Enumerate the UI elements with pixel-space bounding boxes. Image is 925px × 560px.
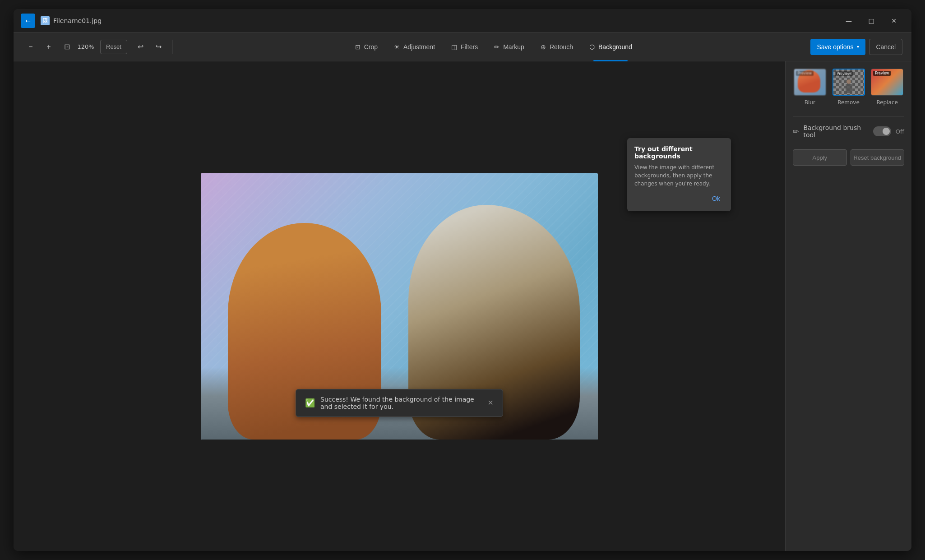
- window-controls: — □ ✕: [838, 14, 904, 28]
- toast-message: Success! We found the background of the …: [320, 396, 482, 410]
- back-button[interactable]: ←: [21, 14, 35, 28]
- toolbar: − + ⊡ 120% Reset ↩ ↪ ⊡ Crop ☀ Adjustment…: [14, 32, 911, 61]
- background-tool-button[interactable]: ⬡ Background: [582, 38, 639, 56]
- crop-label: Crop: [364, 43, 378, 51]
- undo-button[interactable]: ↩: [133, 39, 149, 55]
- main-content: ✅ Success! We found the background of th…: [14, 61, 911, 551]
- remove-label: Remove: [837, 99, 860, 106]
- save-options-label: Save options: [817, 43, 853, 51]
- success-icon: ✅: [305, 398, 315, 407]
- tooltip-title: Try out different backgrounds: [634, 145, 724, 160]
- blur-option[interactable]: Blur: [793, 69, 827, 106]
- replace-thumbnail: Preview: [871, 69, 903, 96]
- markup-tool-button[interactable]: ✏ Markup: [487, 38, 532, 56]
- filename-label: Filename01.jpg: [53, 17, 102, 24]
- success-toast: ✅ Success! We found the background of th…: [296, 389, 503, 417]
- zoom-in-button[interactable]: +: [41, 39, 57, 55]
- redo-button[interactable]: ↪: [151, 39, 167, 55]
- toggle-state-label: Off: [896, 128, 904, 135]
- save-options-button[interactable]: Save options ▾: [810, 39, 865, 55]
- person-silhouette: [845, 79, 852, 93]
- filters-tool-button[interactable]: ◫ Filters: [444, 38, 485, 56]
- adjustment-tool-button[interactable]: ☀ Adjustment: [387, 38, 442, 56]
- crop-tool-button[interactable]: ⊡ Crop: [348, 38, 385, 56]
- reset-background-button[interactable]: Reset background: [851, 149, 905, 166]
- minimize-button[interactable]: —: [838, 14, 859, 28]
- tooltip-body: View the image with different background…: [634, 163, 724, 188]
- background-label: Background: [598, 43, 632, 51]
- markup-label: Markup: [503, 43, 524, 51]
- adjustment-label: Adjustment: [403, 43, 435, 51]
- tooltip-popup: Try out different backgrounds View the i…: [627, 138, 731, 211]
- blur-label: Blur: [805, 99, 815, 106]
- person-body: [846, 84, 852, 93]
- zoom-controls: − + ⊡ 120%: [23, 39, 95, 55]
- markup-icon: ✏: [494, 43, 500, 51]
- tool-buttons: ⊡ Crop ☀ Adjustment ◫ Filters ✏ Markup ⊕…: [178, 38, 809, 56]
- flamingo-shape: [798, 70, 820, 93]
- crop-icon: ⊡: [355, 43, 361, 51]
- person-head: [846, 79, 851, 84]
- image-container: ✅ Success! We found the background of th…: [201, 173, 598, 440]
- tooltip-ok-button[interactable]: Ok: [708, 193, 724, 204]
- replace-label: Replace: [876, 99, 897, 106]
- app-icon: 🖼: [41, 16, 50, 25]
- panel-actions: Apply Reset background: [793, 149, 904, 166]
- zoom-out-button[interactable]: −: [23, 39, 39, 55]
- cancel-button[interactable]: Cancel: [869, 39, 902, 55]
- app-window: ← 🖼 Filename01.jpg — □ ✕ − + ⊡ 120% Rese…: [14, 9, 911, 551]
- toolbar-actions: Save options ▾ Cancel: [810, 39, 902, 55]
- reset-button[interactable]: Reset: [100, 40, 127, 54]
- zoom-value: 120%: [77, 43, 95, 50]
- brush-tool-label: Background brush tool: [803, 124, 868, 139]
- remove-thumbnail: [832, 69, 865, 96]
- brush-icon: ✏: [793, 127, 799, 136]
- maximize-button[interactable]: □: [861, 14, 882, 28]
- background-options: Blur Remove Preview: [793, 69, 904, 106]
- brush-tool-toggle[interactable]: [873, 126, 891, 136]
- close-button[interactable]: ✕: [883, 14, 904, 28]
- right-panel: Blur Remove Preview: [785, 61, 911, 551]
- retouch-icon: ⊕: [541, 43, 546, 51]
- retouch-label: Retouch: [550, 43, 573, 51]
- remove-option[interactable]: Remove: [832, 69, 866, 106]
- blur-thumbnail: [794, 69, 826, 96]
- brush-tool-row: ✏ Background brush tool Off: [793, 124, 904, 139]
- background-icon: ⬡: [589, 43, 595, 51]
- panel-divider: [793, 116, 904, 117]
- zoom-fit-button[interactable]: ⊡: [59, 39, 75, 55]
- toast-close-button[interactable]: ✕: [488, 398, 494, 407]
- adjustment-icon: ☀: [394, 43, 400, 51]
- replace-preview-label: Preview: [873, 71, 891, 76]
- save-options-chevron-icon: ▾: [857, 44, 859, 49]
- replace-option[interactable]: Preview Replace: [870, 69, 904, 106]
- title-bar: ← 🖼 Filename01.jpg — □ ✕: [14, 9, 911, 32]
- retouch-tool-button[interactable]: ⊕ Retouch: [533, 38, 580, 56]
- apply-button[interactable]: Apply: [793, 149, 847, 166]
- canvas-area: ✅ Success! We found the background of th…: [14, 61, 785, 551]
- toolbar-separator: [172, 40, 173, 54]
- filters-icon: ◫: [451, 43, 457, 51]
- filters-label: Filters: [461, 43, 478, 51]
